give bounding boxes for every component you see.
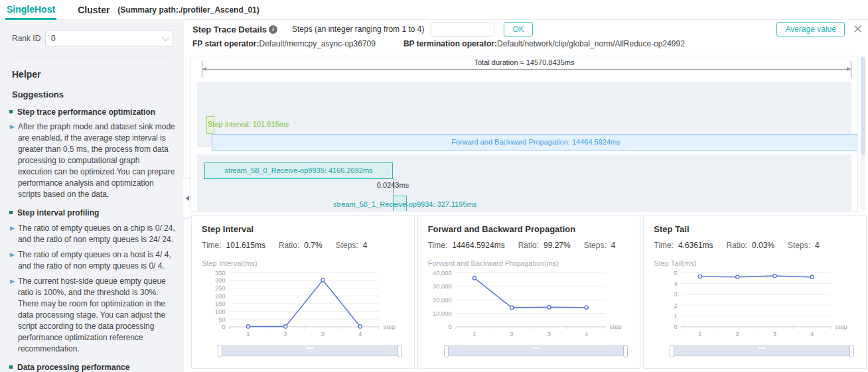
triangle-marker-icon: ▶ (10, 224, 15, 245)
svg-text:300: 300 (215, 277, 226, 284)
time-value: 4.6361ms (678, 241, 713, 250)
tab-singlehost[interactable]: SingleHost (7, 0, 55, 20)
step-tail-card: Step Tail Time:4.6361ms Ratio:0.03% Step… (643, 215, 867, 369)
svg-text:0: 0 (222, 323, 226, 330)
rank-id-select[interactable]: 0 (45, 30, 173, 47)
svg-text:2: 2 (736, 330, 739, 338)
datazoom-slider[interactable] (446, 345, 626, 356)
svg-text:40,000: 40,000 (433, 269, 452, 277)
rank-id-label: Rank ID (12, 34, 45, 43)
phase-chart-cards: Step Interval Time:101.615ms Ratio:0.7% … (191, 215, 867, 369)
step-interval-card: Step Interval Time:101.615ms Ratio:0.7% … (191, 215, 415, 369)
datazoom-left-handle[interactable] (444, 345, 449, 357)
suggestions-title: Suggestions (12, 90, 172, 99)
time-value: 101.615ms (226, 241, 265, 250)
step-trace-timeline: Total duration ≈ 14570.8435ms Step Inter… (190, 56, 858, 212)
svg-text:3: 3 (547, 330, 551, 338)
fbp-segment: Forward and Backward Propagation: 14464.… (212, 134, 858, 151)
svg-text:3: 3 (773, 330, 776, 338)
datazoom-right-handle[interactable] (623, 345, 628, 357)
suggestion-section-title: Data processing performance optimization (17, 362, 176, 372)
datazoom-grip (758, 347, 766, 349)
square-bullet-icon (9, 365, 13, 369)
svg-text:20,000: 20,000 (433, 296, 452, 304)
suggestion-section-title: Step trace performance optimization (17, 107, 155, 117)
steps-value: 4 (815, 241, 820, 250)
card-stats: Time:101.615ms Ratio:0.7% Steps:4 (202, 241, 404, 250)
y-axis-title: Step Interval(ms) (202, 259, 404, 267)
time-label: Time: (428, 241, 448, 250)
sidebar-divider (11, 58, 173, 58)
svg-text:250: 250 (215, 284, 226, 292)
datazoom-slider[interactable] (672, 345, 852, 356)
arrow-left-icon (202, 67, 206, 71)
datazoom-slider[interactable] (220, 345, 400, 356)
datazoom-left-handle[interactable] (670, 345, 674, 357)
bp-termination-operator-value: Default/network/clip/global_norm/AllRedu… (497, 39, 685, 48)
steps-label: Steps: (584, 241, 607, 250)
ratio-value: 0.03% (752, 241, 774, 250)
suggestion-item: ▶The ratio of empty queues on a host is … (9, 249, 176, 272)
ok-button[interactable]: OK (504, 22, 532, 36)
datazoom-grip (306, 347, 314, 349)
fbp-card: Forward and Backward Propagation Time:14… (417, 215, 641, 369)
square-bullet-icon (9, 110, 13, 113)
steps-value: 4 (611, 241, 616, 250)
datazoom-left-handle[interactable] (218, 345, 222, 357)
timeline-scrollbar-thumb[interactable] (861, 57, 865, 155)
suggestion-section: Step interval profiling ▶The ratio of em… (9, 208, 176, 355)
ratio-label: Ratio: (518, 241, 539, 250)
datazoom-right-handle[interactable] (398, 345, 402, 357)
svg-text:50: 50 (218, 316, 226, 323)
step-trace-main: Step Trace Details i Steps (an integer r… (190, 20, 868, 372)
step-tail-chart: 0123451234step (654, 269, 856, 345)
card-title: Step Interval (202, 224, 404, 234)
summary-path: (Summary path:./profiler_Ascend_01) (117, 5, 259, 15)
timeline-track-1: Step Interval: 101.615ms Forward and Bac… (197, 82, 851, 147)
datazoom-grip (532, 347, 540, 349)
tab-singlehost-label: SingleHost (7, 4, 55, 15)
y-axis-title: Step Tail(ms) (654, 259, 856, 267)
gap-duration-label: 0.0243ms (362, 181, 423, 189)
svg-text:step: step (384, 323, 396, 330)
svg-text:3: 3 (674, 290, 678, 298)
triangle-marker-icon: ▶ (10, 277, 15, 355)
bp-termination-operator-label: BP termination operator: (403, 39, 497, 48)
suggestion-section: Data processing performance optimization… (9, 362, 176, 372)
fbp-chart: 010,00020,00030,00040,0001234step (428, 269, 630, 345)
svg-text:2: 2 (674, 302, 678, 309)
steps-label: Steps: (336, 241, 358, 250)
time-label: Time: (654, 241, 674, 250)
top-tab-bar: SingleHost Cluster (Summary path:./profi… (0, 0, 868, 20)
ratio-value: 99.27% (543, 241, 571, 250)
svg-text:step: step (609, 323, 621, 330)
svg-text:0: 0 (674, 323, 678, 330)
steps-input[interactable] (431, 23, 494, 36)
datazoom-right-handle[interactable] (849, 345, 854, 357)
stream-receive-op9934-label: stream_58_1_Receive-op9934: 327.1195ms (333, 200, 466, 208)
card-stats: Time:14464.5924ms Ratio:99.27% Steps:4 (428, 241, 630, 250)
steps-value: 4 (363, 241, 368, 250)
page-title: Step Trace Details (192, 25, 267, 34)
info-icon[interactable]: i (269, 25, 277, 34)
svg-text:150: 150 (215, 300, 226, 307)
svg-text:4: 4 (810, 330, 814, 338)
trace-toolbar: Step Trace Details i Steps (an integer r… (192, 21, 868, 37)
close-icon[interactable]: ✕ (853, 23, 863, 35)
suggestion-item: ▶After the praph mode and dataset sink m… (9, 121, 176, 200)
tab-cluster[interactable]: Cluster (78, 5, 109, 15)
collapse-left-arrow-icon (186, 196, 189, 201)
suggestion-item: ▶The ratio of empty queues on a chip is … (9, 223, 176, 245)
timeline-scrollbar[interactable] (861, 56, 865, 211)
card-title: Step Tail (654, 224, 856, 234)
card-stats: Time:4.6361ms Ratio:0.03% Steps:4 (654, 241, 856, 250)
step-interval-chart: 0501001502002503003501234step (202, 269, 404, 345)
arrow-right-icon (847, 67, 851, 71)
suggestion-section: Step trace performance optimization ▶Aft… (9, 107, 176, 200)
total-duration-label: Total duration ≈ 14570.8435ms (191, 58, 857, 66)
svg-text:200: 200 (215, 292, 226, 300)
average-value-button[interactable]: Average value (776, 22, 845, 36)
svg-text:5: 5 (674, 269, 678, 277)
svg-text:4: 4 (674, 280, 678, 287)
chevron-down-icon (162, 34, 169, 41)
